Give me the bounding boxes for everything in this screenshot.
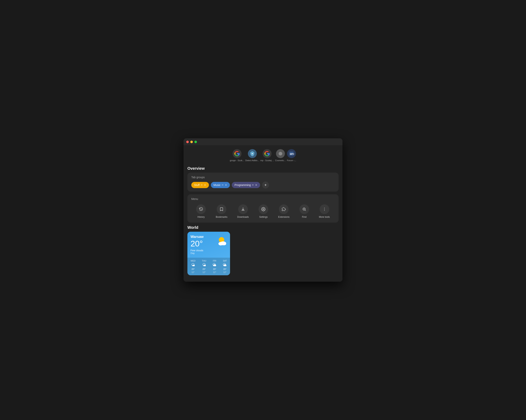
tab-icon-adblock — [248, 149, 257, 158]
weather-forecast: WED 🌤 20° 12° THU 🌤 20° 12° FRI 🌥 20° 12… — [187, 258, 230, 275]
svg-point-0 — [252, 153, 253, 154]
forecast-day-fri: FRI 🌥 20° 12° — [212, 260, 216, 273]
tab-group-stuff[interactable]: Stuff ✏ ✕ — [191, 182, 209, 188]
forecast-thu-low: 12° — [202, 271, 206, 273]
find-icon — [299, 204, 309, 214]
overview-title: Overview — [187, 166, 339, 171]
more-tools-label: More tools — [319, 216, 330, 218]
stuff-close-icon[interactable]: ✕ — [204, 183, 206, 187]
minimize-button[interactable] — [190, 141, 193, 143]
forecast-day-thu: THU 🌤 20° 12° — [202, 260, 206, 273]
menu-item-settings[interactable]: Settings — [257, 203, 270, 220]
forecast-sat-low: 12° — [223, 271, 227, 273]
history-label: History — [197, 216, 205, 218]
tab-item-google-2[interactable]: mp - Szukaj ... — [260, 149, 274, 161]
programming-label: Programming — [234, 183, 251, 187]
forecast-sat-label: SAT — [223, 260, 227, 262]
tab-item-forum[interactable]: MPC Forum -... — [287, 149, 296, 161]
music-edit-icon: ✏ — [222, 184, 224, 186]
svg-rect-8 — [304, 209, 304, 210]
menu-item-find[interactable]: Find — [297, 203, 311, 220]
menu-item-downloads[interactable]: Downloads — [235, 203, 251, 220]
svg-rect-6 — [303, 209, 305, 209]
svg-point-15 — [222, 242, 226, 245]
menu-card-title: Menu — [191, 197, 335, 200]
menu-item-extensions[interactable]: Extensions — [276, 203, 292, 220]
forecast-sat-high: 20° — [223, 268, 227, 270]
tabs-row: googe - Szuk... Detect Adblo... — [187, 147, 339, 164]
tab-item-google-1[interactable]: googe - Szuk... — [230, 149, 244, 161]
forecast-day-sat: SAT 🌥 20° 12° — [223, 260, 227, 273]
svg-text:MPC: MPC — [290, 153, 294, 155]
browser-window: googe - Szuk... Detect Adblo... — [183, 138, 343, 282]
tab-label-1: googe - Szuk... — [230, 159, 244, 161]
svg-point-10 — [324, 209, 325, 210]
tab-groups-row: Stuff ✏ ✕ Music ✏ ✕ Programming ✏ ✕ + — [191, 181, 335, 189]
forecast-wed-high: 20° — [192, 268, 195, 270]
extensions-icon — [279, 204, 289, 214]
menu-item-bookmarks[interactable]: Bookmarks — [214, 203, 229, 220]
downloads-icon — [238, 204, 248, 214]
tab-item-adblock[interactable]: Detect Adblo... — [245, 149, 259, 161]
main-content: googe - Szuk... Detect Adblo... — [183, 145, 343, 279]
tab-icon-cosmetic — [276, 149, 285, 158]
find-label: Find — [302, 216, 306, 218]
forecast-thu-label: THU — [202, 260, 206, 262]
settings-label: Settings — [259, 216, 268, 218]
programming-edit-icon: ✏ — [252, 184, 254, 186]
weather-icon-large — [216, 235, 228, 249]
forecast-thu-icon: 🌤 — [202, 263, 206, 267]
music-label: Music — [213, 183, 221, 187]
menu-item-history[interactable]: History — [194, 203, 208, 220]
tab-label-3: mp - Szukaj ... — [260, 159, 274, 161]
menu-item-more-tools[interactable]: More tools — [317, 203, 332, 220]
tab-label-5: Forum -... — [287, 159, 296, 161]
stuff-label: Stuff — [194, 183, 200, 187]
tab-item-cosmetic[interactable]: Cosmetic... — [275, 149, 286, 161]
weather-top: Warsaw 20° Few clouds Day — [187, 232, 230, 258]
more-tools-icon — [320, 204, 329, 214]
settings-icon — [259, 204, 268, 214]
tab-label-2: Detect Adblo... — [245, 159, 259, 161]
downloads-label: Downloads — [237, 216, 249, 218]
maximize-button[interactable] — [194, 141, 197, 143]
forecast-wed-low: 12° — [192, 271, 195, 273]
bookmarks-label: Bookmarks — [216, 216, 227, 218]
weather-widget[interactable]: Warsaw 20° Few clouds Day — [187, 232, 230, 275]
forecast-wed-icon: 🌤 — [191, 263, 195, 267]
forecast-thu-high: 20° — [202, 268, 206, 270]
extensions-label: Extensions — [278, 216, 290, 218]
world-title: World — [187, 225, 339, 230]
weather-description: Few clouds — [191, 249, 227, 252]
svg-point-1 — [279, 152, 282, 156]
stuff-edit-icon: ✏ — [201, 184, 203, 186]
tab-group-programming[interactable]: Programming ✏ ✕ — [232, 182, 260, 188]
forecast-fri-icon: 🌥 — [212, 263, 216, 267]
music-close-icon[interactable]: ✕ — [225, 183, 227, 187]
tab-label-4: Cosmetic... — [275, 159, 286, 161]
forecast-fri-low: 12° — [213, 271, 216, 273]
menu-card: Menu History — [187, 194, 339, 223]
svg-point-4 — [263, 209, 264, 210]
tab-group-music[interactable]: Music ✏ ✕ — [211, 182, 230, 188]
add-group-button[interactable]: + — [262, 181, 269, 189]
tab-icon-google-2 — [263, 149, 272, 158]
svg-point-11 — [324, 210, 325, 211]
svg-point-9 — [324, 208, 325, 208]
forecast-wed-label: WED — [191, 260, 196, 262]
bookmarks-icon — [217, 204, 226, 214]
programming-close-icon[interactable]: ✕ — [255, 183, 257, 187]
forecast-fri-label: FRI — [213, 260, 216, 262]
forecast-fri-high: 20° — [213, 268, 216, 270]
tab-groups-card-title: Tab groups — [191, 176, 335, 179]
weather-time-of-day: Day — [191, 252, 227, 255]
close-button[interactable] — [186, 141, 189, 143]
tab-icon-forum: MPC — [287, 149, 296, 158]
menu-grid: History Bookmarks — [191, 203, 335, 220]
forecast-day-wed: WED 🌤 20° 12° — [191, 260, 196, 273]
tab-icon-google-1 — [233, 149, 242, 158]
tab-groups-card: Tab groups Stuff ✏ ✕ Music ✏ ✕ Programmi… — [187, 173, 339, 192]
titlebar — [183, 138, 343, 145]
history-icon — [196, 204, 206, 214]
forecast-sat-icon: 🌥 — [223, 263, 227, 267]
